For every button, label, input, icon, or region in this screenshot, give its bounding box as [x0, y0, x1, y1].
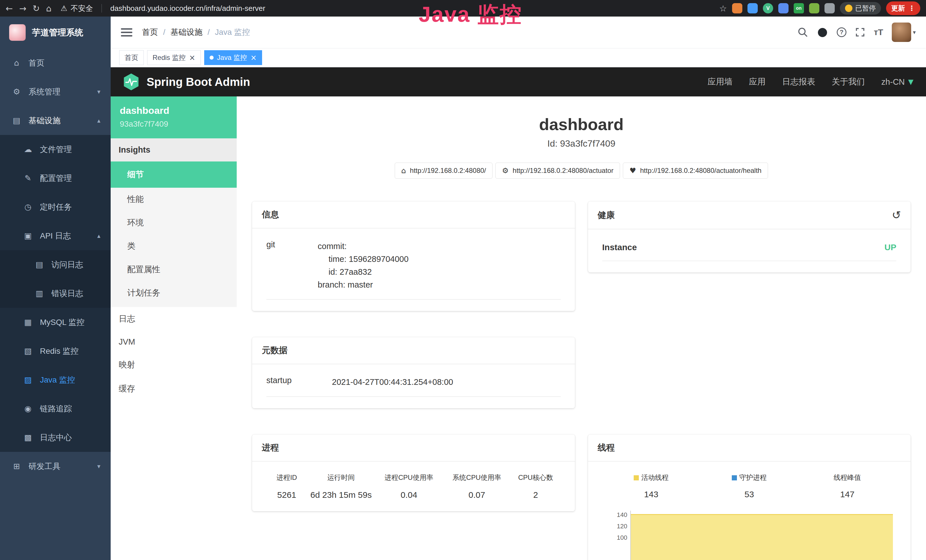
sba-item-metrics[interactable]: 性能: [110, 188, 237, 211]
legend-peak-threads: 线程峰值: [798, 473, 896, 482]
divider: [101, 4, 102, 12]
tab-redis-monitor[interactable]: Redis 监控 ×: [147, 50, 201, 65]
sidebar-item-file-management[interactable]: ☁ 文件管理: [0, 135, 110, 164]
tab-label: 首页: [125, 53, 138, 62]
metadata-card: 元数据 startup 2021-04-27T00:44:31.254+08:0…: [252, 337, 575, 408]
sba-item-config-props[interactable]: 配置属性: [110, 258, 237, 281]
sidebar-item-label: MySQL 监控: [40, 317, 85, 328]
tags-view-bar: 首页 Redis 监控 × Java 监控 ×: [110, 48, 926, 67]
sidebar-item-scheduled-jobs[interactable]: ◷ 定时任务: [0, 192, 110, 221]
breadcrumb-home[interactable]: 首页: [142, 27, 158, 38]
sidebar-item-log-center[interactable]: ▩ 日志中心: [0, 423, 110, 452]
history-icon[interactable]: ↺: [892, 209, 901, 221]
sidebar-item-java-monitor[interactable]: ▨ Java 监控: [0, 365, 110, 394]
sidebar-item-config-management[interactable]: ✎ 配置管理: [0, 164, 110, 192]
git-commit-id: id: 27aa832: [318, 266, 561, 278]
hamburger-icon[interactable]: [121, 28, 132, 36]
health-url-button[interactable]: ♥ http://192.168.0.2:48080/actuator/heal…: [623, 163, 768, 179]
sba-item-scheduled-tasks[interactable]: 计划任务: [110, 281, 237, 305]
vue-devtools-icon[interactable]: V: [763, 3, 773, 14]
avatar-image: [892, 23, 911, 42]
wrench-icon: ⚙: [502, 166, 508, 175]
chevron-down-icon: ▼: [908, 78, 914, 86]
browser-update-button[interactable]: 更新 ⋮: [886, 2, 920, 15]
extension-icon-grid[interactable]: [778, 3, 788, 14]
legend-label: 活动线程: [641, 474, 669, 481]
sba-item-logs[interactable]: 日志: [110, 307, 237, 331]
app-logo-row[interactable]: 芋道管理系统: [0, 17, 110, 48]
sidebar-item-api-logs[interactable]: ▣ API 日志 ▴: [0, 221, 110, 250]
sidebar-item-mysql-monitor[interactable]: ▦ MySQL 监控: [0, 308, 110, 337]
mysql-icon: ▦: [23, 318, 33, 327]
fullscreen-icon[interactable]: [855, 27, 865, 37]
extensions-puzzle-icon[interactable]: [825, 3, 835, 14]
close-icon[interactable]: ×: [189, 54, 195, 61]
y-axis-tick: 120: [605, 523, 627, 530]
extension-icon-blue[interactable]: [747, 3, 758, 14]
sba-nav-journal[interactable]: 日志报表: [782, 76, 815, 88]
sba-item-caches[interactable]: 缓存: [110, 377, 237, 401]
legend-daemon-threads: 守护进程: [700, 473, 798, 482]
browser-forward-button[interactable]: →: [19, 3, 26, 14]
sidebar-item-label: 访问日志: [51, 259, 83, 270]
sba-sidebar: dashboard 93a3fc7f7409 Insights 细节 性能 环境…: [110, 97, 237, 560]
sidebar-item-system-management[interactable]: ⚙ 系统管理 ▾: [0, 77, 110, 106]
tab-home[interactable]: 首页: [119, 50, 144, 65]
health-instance-row: Instance UP: [602, 241, 897, 261]
bookmark-star-icon[interactable]: ☆: [719, 3, 727, 14]
col-cpu-cores: CPU核心数: [511, 473, 561, 482]
search-icon[interactable]: [797, 27, 808, 38]
col-system-cpu: 系统CPU使用率: [443, 473, 511, 482]
sidebar-item-label: 链路追踪: [40, 403, 72, 414]
sba-brand[interactable]: Spring Boot Admin: [123, 73, 250, 91]
sba-item-jvm[interactable]: JVM: [110, 331, 237, 353]
extension-icon-green[interactable]: [809, 3, 819, 14]
address-bar[interactable]: dashboard.yudao.iocoder.cn/infra/admin-s…: [110, 4, 265, 13]
extension-icon-orange[interactable]: [732, 3, 742, 14]
sidebar-item-home[interactable]: ⌂ 首页: [0, 48, 110, 77]
close-icon[interactable]: ×: [250, 54, 257, 61]
redis-icon: ▧: [23, 346, 33, 356]
sba-item-mappings[interactable]: 映射: [110, 353, 237, 377]
peak-threads-value: 147: [798, 490, 896, 499]
sidebar-item-error-logs[interactable]: ▥ 错误日志: [0, 279, 110, 308]
sba-section-insights: Insights: [110, 138, 237, 162]
url-security-chip[interactable]: ⚠ 不安全: [61, 3, 93, 14]
profile-paused-badge[interactable]: 已暂停: [840, 2, 881, 15]
actuator-url-button[interactable]: ⚙ http://192.168.0.2:48080/actuator: [495, 163, 620, 179]
sidebar-item-tracing[interactable]: ◉ 链路追踪: [0, 394, 110, 423]
process-table-values: 5261 6d 23h 15m 59s 0.04 0.07 2: [266, 490, 561, 500]
sidebar-item-label: 基础设施: [29, 115, 61, 126]
health-card: 健康 ↺ Instance UP: [588, 201, 911, 272]
font-size-icon[interactable]: тT: [874, 27, 883, 37]
browser-home-button[interactable]: ⌂: [46, 3, 51, 14]
breadcrumb-infrastructure[interactable]: 基础设施: [171, 27, 203, 38]
sidebar-item-redis-monitor[interactable]: ▧ Redis 监控: [0, 337, 110, 365]
sba-nav-wallboard[interactable]: 应用墙: [708, 76, 732, 88]
profile-emoji-icon: [845, 5, 852, 12]
sidebar-item-infrastructure[interactable]: ▤ 基础设施 ▴: [0, 106, 110, 135]
tab-java-monitor[interactable]: Java 监控 ×: [204, 50, 262, 65]
github-icon[interactable]: [817, 27, 828, 38]
legend-yellow-swatch: [634, 475, 639, 480]
sba-locale-select[interactable]: zh-CN ▼: [881, 77, 914, 87]
help-icon[interactable]: ?: [837, 27, 846, 37]
sba-nav-about[interactable]: 关于我们: [832, 76, 865, 88]
sidebar-item-dev-tools[interactable]: ⊞ 研发工具 ▾: [0, 452, 110, 481]
switch-on-extension-icon[interactable]: on: [794, 3, 804, 14]
sidebar-item-label: 错误日志: [51, 288, 83, 299]
browser-menu-dots-icon[interactable]: ⋮: [908, 4, 915, 12]
sba-item-classes[interactable]: 类: [110, 235, 237, 258]
sidebar-item-access-logs[interactable]: ▤ 访问日志: [0, 250, 110, 279]
git-key: git: [266, 240, 318, 291]
sba-item-environment[interactable]: 环境: [110, 211, 237, 235]
java-monitor-icon: ▨: [23, 375, 33, 384]
sba-nav-applications[interactable]: 应用: [749, 76, 766, 88]
user-avatar[interactable]: ▾: [892, 23, 916, 42]
browser-back-button[interactable]: ←: [6, 3, 13, 14]
instance-id-line: Id: 93a3fc7f7409: [237, 138, 926, 149]
threads-card-title: 线程: [588, 434, 911, 462]
service-url-button[interactable]: ⌂ http://192.168.0.2:48080/: [395, 163, 493, 179]
sba-item-details[interactable]: 细节: [110, 162, 237, 188]
browser-reload-button[interactable]: ↻: [33, 3, 39, 14]
